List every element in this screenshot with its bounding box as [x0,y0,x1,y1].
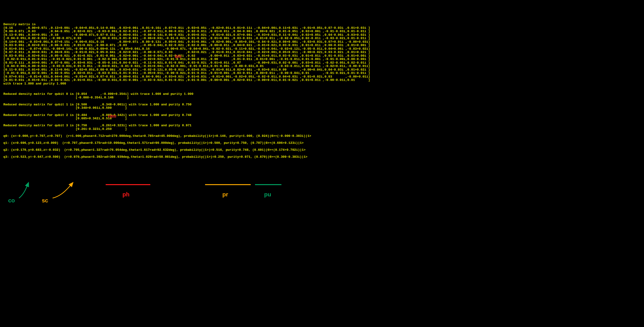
rdm-purity: 0.971 [182,124,192,127]
annotation-row: co sc ph pr pu [3,184,641,206]
annotation-co: co [8,197,15,204]
rdm-trace: 1.000 [152,92,161,96]
dm-row: [-0.02-0.01i,0.01-0.01i ,-0.01-0.02i,0.0… [3,58,370,61]
rdm-line2: [0.261-0.323i,0.250 ] [3,127,127,131]
qubit-line: q0: (x=-0.000,y=-0.707,z=0.707) (r=1.000… [3,134,311,138]
rdm-mid: is [68,103,76,106]
rdm-prefix: Reduced density matrix for qubit [3,124,66,127]
rdm-row2: [-0.000-0.354i,0.146 ] [76,96,129,100]
rdm-line2: [0.085+0.342i,0.516 ] [3,117,127,120]
rdm-purity: 0.748 [182,113,192,117]
dm-row: [0.11-0.03i ,0.01+0.05i ,0.11+0.04i ,-0.… [3,68,370,72]
dm-row: [0.03-0.05i ,0.02+0.01i ,0.05-0.02i ,0.0… [3,54,370,58]
dm-row: [0.16 ,0.00+0.07i ,0.13+0.09i ,-0.04+0.0… [3,26,370,30]
rdm-row1: [0.854 ,-0.000+0.354i] [76,92,129,96]
rdm-trace: 1.000 [150,124,159,127]
rdm-row2: [0.261-0.323i,0.250 ] [76,127,127,131]
rdm-mid: is [68,92,76,96]
dm-row: [0.14+0.08i ,-0.03+0.06i,0.07+0.15i ,-0.… [3,40,370,44]
underline-probability-icon [205,184,251,185]
annotation-ph: ph [122,191,130,198]
dm-row: [0.07+0.03i ,-0.01+0.03i,0.04+0.06i ,-0.… [3,75,370,78]
rdm-purity: 0.750 [182,103,192,106]
terminal-output: Density matrix is [0.16 ,0.00+0.07i ,0.1… [0,18,644,219]
arrow-co-icon [15,181,34,200]
underline-phase-icon [106,184,150,185]
rdm-indent [3,106,76,110]
rdm-mid: is [68,113,76,117]
rdm-trace: 1.000 [150,103,159,106]
rdm-indent [3,117,76,120]
underline-purity-icon [255,184,282,185]
rdm-prefix: Reduced density matrix for qubit [3,92,66,96]
annotation-sc: sc [42,197,48,204]
dm-row: [-0.04-0.05i,0.02-0.02i ,-0.00-0.07i,0.0… [3,36,370,40]
dm-row: [0.01-0.03i ,0.01+0.01i ,0.03-0.02i ,0.0… [3,78,370,82]
rdm-line2: [0.348+0.061i,0.500 ] [3,106,127,110]
rdm-row1: [0.750 ,0.261+0.323i] [76,124,127,127]
dm-row: [0.03-0.06i ,0.02+0.01i ,0.06-0.03i ,0.0… [3,44,370,47]
rdm-qubit: 1 [66,103,68,106]
rdm-qubit: 0 [66,92,68,96]
rdm-line2: [-0.000-0.354i,0.146 ] [3,96,129,100]
annotation-pr: pr [222,191,228,198]
annotation-pu: pu [264,191,271,198]
rdm-purity-label: and purity [161,92,184,96]
qubit-line: q3: (x=0.523,y=-0.647,z=0.500) (r=0.970,… [3,155,307,159]
rdm-row2: [0.085+0.342i,0.516 ] [76,117,127,120]
rdm-line: Reduced density matrix for qubit 2 is [0… [3,113,192,117]
dm-row: [0.00-0.07i ,0.03 ,0.04-0.05i ,0.02+0.02… [3,30,370,33]
rdm-purity-label: and purity [159,103,182,106]
rdm-qubit: 2 [66,113,68,117]
rdm-indent [3,127,76,131]
rdm-trace-label: with trace [127,103,150,106]
rdm-trace: 1.000 [150,113,159,117]
rdm-row1: [0.500 ,0.348-0.061i] [76,103,127,106]
dm-footer: with trace 1.000 and purity 1.000 [3,82,66,86]
rdm-trace-label: with trace [127,113,150,117]
density-matrix-header: Density matrix is [3,22,36,26]
rdm-row1: [0.484 ,0.085-0.342i] [76,113,127,117]
rdm-line: Reduced density matrix for qubit 3 is [0… [3,124,192,127]
rdm-purity-label: and purity [159,124,182,127]
rdm-line: Reduced density matrix for qubit 0 is [0… [3,92,193,96]
arrow-sc-icon [50,181,76,200]
dm-row: [-0.01-0.05i,0.02-0.00i ,0.02-0.05i ,0.0… [3,71,370,75]
rdm-row2: [0.348+0.061i,0.500 ] [76,106,127,110]
rdm-prefix: Reduced density matrix for qubit [3,113,66,117]
rdm-indent [3,96,76,100]
rdm-purity-label: and purity [159,113,182,117]
rdm-mid: is [68,124,76,127]
rdm-trace-label: with trace [127,124,150,127]
rdm-prefix: Reduced density matrix for qubit [3,103,66,106]
dm-row: [0.01-0.11i ,0.04+0.00i ,0.07-0.08i ,0.0… [3,61,370,64]
rdm-trace-label: with trace [129,92,152,96]
dm-row: [0.13-0.09i ,0.04+0.05i ,0.16 ,-0.00+0.0… [3,33,370,37]
dm-row: [0.07-0.01i ,0.00+0.03i ,0.06+0.03i ,-0.… [3,50,370,54]
qubit-line: q2: (x=0.170,y=0.683,z=-0.032) (r=0.705,… [3,148,306,152]
rdm-qubit: 3 [66,124,68,127]
dm-row: [-0.04-0.00i,0.00-0.02i ,-0.03-0.03i,0.0… [3,64,370,68]
dm-row: [0.01+0.16i ,-0.07+0.01i,-0.08+0.14i,-0.… [3,47,370,51]
rdm-purity: 1.000 [184,92,194,96]
rdm-line: Reduced density matrix for qubit 1 is [0… [3,103,192,106]
qubit-line: q1: (x=0.696,y=0.123,z=0.000) (r=0.707,p… [3,141,304,145]
